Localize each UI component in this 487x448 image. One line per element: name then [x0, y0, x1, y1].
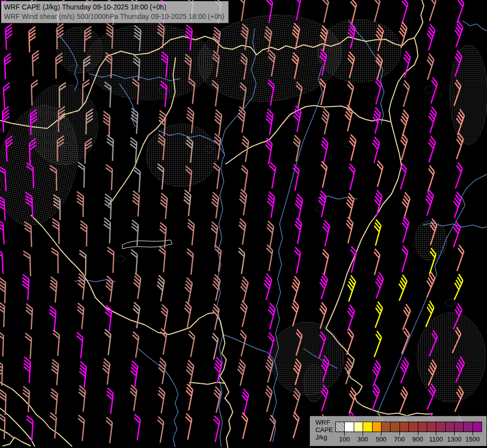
- wind-barb: [48, 413, 57, 439]
- wind-barb: [422, 165, 436, 192]
- legend-tick: [436, 432, 436, 436]
- wind-barb: [181, 302, 193, 328]
- wind-barb: [369, 220, 382, 246]
- legend-box: [418, 422, 427, 432]
- wind-barb: [74, 333, 83, 358]
- wind-barb: [48, 306, 56, 332]
- wind-barb: [183, 384, 194, 411]
- wind-barb: [237, 389, 250, 415]
- wind-barb: [237, 277, 249, 303]
- wind-barb: [371, 161, 384, 187]
- wind-barb: [106, 247, 114, 273]
- wind-barb: [3, 83, 11, 109]
- wind-barb: [451, 0, 465, 23]
- wind-barb: [448, 192, 463, 218]
- wind-barb: [208, 222, 218, 247]
- wind-barb: [448, 274, 465, 300]
- wind-barb: [343, 387, 358, 413]
- wind-barb: [49, 277, 57, 303]
- wind-barb: [345, 134, 357, 161]
- legend-tick: [473, 432, 473, 436]
- wind-barb: [131, 414, 141, 440]
- legend-tick: [381, 432, 382, 436]
- wind-barb: [4, 53, 12, 79]
- wind-barb: [212, 110, 222, 135]
- legend-tick: [418, 432, 418, 436]
- wind-barb: [261, 386, 274, 412]
- wind-barb: [368, 331, 383, 357]
- wind-barb: [290, 247, 301, 274]
- wind-barb: [50, 359, 59, 385]
- wind-barb: [23, 251, 31, 276]
- legend-box: [345, 422, 354, 432]
- wind-barb: [0, 219, 4, 245]
- wind-barb: [127, 385, 137, 411]
- wind-barb: [343, 193, 355, 220]
- wind-barb: [76, 415, 85, 441]
- wind-barb: [370, 190, 383, 217]
- wind-barb: [263, 109, 274, 135]
- wind-barb: [235, 330, 247, 356]
- wind-barb: [318, 249, 330, 276]
- wind-barb: [397, 217, 410, 243]
- wind-barb: [318, 0, 330, 22]
- legend-label-line1: WRF: [315, 419, 333, 426]
- wind-barb: [368, 0, 381, 22]
- wind-barb: [447, 221, 462, 247]
- wind-barb: [236, 413, 249, 439]
- legend-tick-label: 700: [394, 436, 405, 443]
- wind-barb: [367, 360, 382, 386]
- cape-title: WRF CAPE (J/kg) Thursday 09-10-2025 18:0…: [4, 2, 224, 12]
- legend-box: [363, 422, 372, 432]
- legend-box: [400, 422, 409, 432]
- wind-barb: [369, 302, 384, 328]
- wind-barb: [342, 305, 356, 331]
- wind-barb: [345, 246, 358, 273]
- wind-barb: [80, 221, 87, 246]
- legend-box: [436, 422, 445, 432]
- legend-box: [354, 422, 363, 432]
- wind-barb: [32, 51, 40, 76]
- wind-barb: [0, 278, 5, 303]
- wind-barb: [394, 163, 408, 190]
- wind-barb: [260, 274, 273, 300]
- wind-barb: [209, 192, 219, 218]
- wind-barb: [103, 218, 110, 243]
- wind-barb: [370, 272, 385, 298]
- wind-barb: [209, 416, 221, 442]
- wind-barb: [343, 275, 357, 301]
- wind-barb: [0, 248, 3, 274]
- wind-barb: [154, 275, 165, 301]
- wind-barb: [424, 107, 438, 133]
- legend-colorbar: [335, 422, 482, 432]
- wind-barb: [29, 27, 36, 52]
- legend-label-line2: CAPE: [315, 426, 333, 434]
- legend-box: [427, 422, 436, 432]
- wind-barb: [366, 384, 381, 410]
- wind-barb: [51, 248, 58, 273]
- legend-box: [473, 422, 482, 432]
- wind-barb: [291, 106, 302, 132]
- wind-barb: [0, 414, 5, 439]
- legend-tick-label: 300: [357, 436, 368, 443]
- wind-barb: [396, 246, 409, 272]
- wind-barb: [397, 304, 412, 330]
- legend-box: [455, 422, 464, 432]
- weather-map: WRF CAPE (J/kg) Thursday 09-10-2025 18:0…: [0, 0, 487, 448]
- wind-barb: [236, 107, 246, 132]
- title-box: WRF CAPE (J/kg) Thursday 09-10-2025 18:0…: [1, 1, 229, 23]
- wind-barb: [210, 386, 222, 413]
- wind-barb: [266, 162, 277, 188]
- legend-tick-label: 500: [376, 436, 387, 443]
- wind-barb: [421, 53, 435, 80]
- wind-barb: [234, 359, 246, 386]
- wind-barb: [2, 107, 10, 132]
- legend-tick-label: 900: [412, 436, 423, 443]
- wind-barb: [49, 389, 58, 415]
- wind-barb: [78, 162, 85, 188]
- map-canvas: [0, 0, 487, 448]
- wind-barb: [398, 193, 411, 219]
- wind-barb: [265, 192, 276, 218]
- wind-barb: [5, 24, 13, 50]
- legend-box: [382, 422, 390, 432]
